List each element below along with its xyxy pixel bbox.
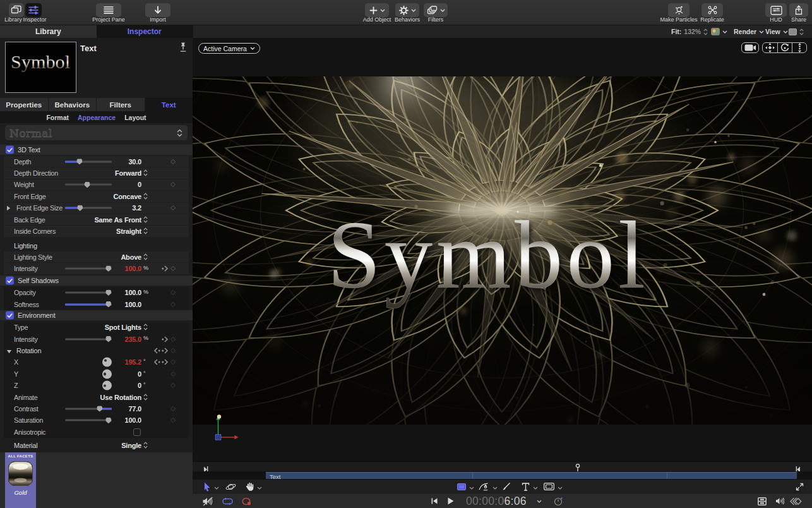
tab-filters[interactable]: Filters — [97, 98, 145, 111]
pan-tool[interactable] — [246, 480, 262, 493]
opacity-value[interactable]: 100.0 — [124, 289, 141, 296]
anisotropic-checkbox[interactable] — [133, 428, 141, 436]
orbit-view-button[interactable] — [777, 42, 792, 53]
add-object-button[interactable] — [365, 3, 389, 17]
saturation-slider[interactable] — [65, 420, 112, 421]
mute-audio-button[interactable] — [202, 493, 213, 508]
weight-slider[interactable] — [65, 184, 112, 186]
tab-library[interactable]: Library — [0, 25, 97, 38]
slider-thumb[interactable] — [105, 265, 111, 272]
keyframe-diamond-icon[interactable] — [170, 336, 176, 341]
keyframe-diamond-icon[interactable] — [170, 348, 176, 353]
transform-3d-tool[interactable] — [225, 480, 236, 493]
subtab-appearance[interactable]: Appearance — [78, 114, 116, 121]
slider-thumb[interactable] — [77, 205, 83, 212]
record-button[interactable] — [242, 493, 251, 508]
keyframe-diamond-icon[interactable] — [170, 266, 176, 271]
tab-text[interactable]: Text — [145, 98, 193, 111]
keyframe-diamond-icon[interactable] — [170, 290, 176, 295]
library-button[interactable] — [9, 3, 24, 17]
type-value[interactable]: Spot Lights — [105, 324, 141, 331]
material-cell-all-facets[interactable]: ALL FACETS Gold — [5, 452, 36, 508]
x-value[interactable]: 195.2 — [124, 358, 141, 366]
slider-thumb[interactable] — [105, 301, 111, 308]
disclosure-down-icon[interactable] — [6, 345, 12, 356]
expand-timeline-icon[interactable] — [796, 480, 804, 493]
weight-value[interactable]: 0 — [138, 181, 141, 188]
y-dial[interactable] — [102, 369, 112, 378]
fit-zoom-control[interactable]: Fit:132% — [671, 25, 708, 38]
keyframe-diamond-icon[interactable] — [170, 418, 176, 423]
slider-thumb[interactable] — [85, 182, 90, 188]
subtab-layout[interactable]: Layout — [124, 114, 146, 121]
popup-stepper-icon[interactable] — [143, 251, 148, 263]
keyframe-diamond-icon[interactable] — [170, 360, 176, 365]
keyframe-diamond-icon[interactable] — [170, 182, 176, 187]
intensity-slider[interactable] — [65, 338, 112, 340]
self-shadows-checkbox[interactable] — [6, 277, 14, 285]
next-keyframe-icon[interactable] — [162, 263, 169, 274]
contrast-slider[interactable] — [65, 408, 112, 409]
keyframe-diamond-icon[interactable] — [170, 383, 176, 388]
active-camera-popup[interactable]: Active Camera — [198, 43, 260, 54]
keyframe-diamond-icon[interactable] — [170, 205, 176, 210]
contrast-value[interactable]: 77.0 — [128, 405, 141, 413]
slider-thumb[interactable] — [105, 290, 111, 296]
audio-button[interactable] — [775, 493, 784, 508]
next-keyframe-icon[interactable] — [162, 334, 169, 345]
lighting-style-value[interactable]: Above — [121, 253, 141, 261]
popup-stepper-icon[interactable] — [143, 226, 148, 237]
mini-timeline[interactable] — [193, 461, 812, 471]
front-edge-size-value[interactable]: 3.2 — [132, 204, 141, 212]
view-popup[interactable]: View — [765, 25, 788, 38]
slider-thumb[interactable] — [97, 406, 102, 412]
timeline-track-text[interactable]: Text — [266, 472, 797, 479]
rectangle-tool[interactable] — [457, 480, 474, 493]
text-tool[interactable] — [522, 480, 538, 493]
project-pane-button[interactable] — [96, 3, 121, 17]
tab-inspector[interactable]: Inspector — [97, 25, 193, 38]
popup-stepper-icon[interactable] — [143, 167, 148, 179]
inspector-button[interactable] — [25, 3, 42, 17]
x-dial[interactable] — [102, 358, 112, 367]
popup-stepper-icon[interactable] — [143, 392, 148, 403]
depth-direction-value[interactable]: Forward — [115, 169, 141, 177]
intensity-value[interactable]: 100.0 — [124, 265, 141, 272]
keyframe-diamond-icon[interactable] — [170, 406, 176, 411]
canvas-layout-control[interactable] — [789, 25, 804, 38]
camera-button[interactable] — [742, 42, 758, 53]
environment-checkbox[interactable] — [6, 311, 14, 320]
play-button[interactable] — [448, 493, 454, 508]
keyframe-diamond-icon[interactable] — [170, 301, 176, 306]
opacity-slider[interactable] — [65, 292, 112, 294]
next-keyframe-icon[interactable] — [162, 345, 169, 356]
hud-button[interactable] — [765, 3, 787, 17]
3d-text-checkbox[interactable] — [6, 146, 14, 154]
softness-value[interactable]: 100.0 — [124, 301, 141, 308]
paint-stroke-tool[interactable] — [502, 480, 511, 493]
pin-icon[interactable] — [179, 42, 187, 56]
prev-keyframe-icon[interactable] — [153, 356, 160, 368]
render-popup[interactable]: Render — [734, 25, 764, 38]
disclosure-right-icon[interactable] — [6, 202, 11, 214]
loop-playback-button[interactable] — [222, 493, 233, 508]
slider-thumb[interactable] — [105, 418, 111, 424]
front-edge-size-slider[interactable] — [65, 207, 112, 209]
intensity-value[interactable]: 235.0 — [124, 336, 141, 343]
keyframe-diamond-icon[interactable] — [170, 372, 176, 377]
behaviors-button[interactable] — [395, 3, 419, 17]
softness-slider[interactable] — [65, 303, 112, 305]
slider-thumb[interactable] — [76, 159, 82, 165]
animate-value[interactable]: Use Rotation — [100, 394, 141, 401]
timecode-menu-chevron[interactable] — [537, 493, 542, 508]
pan-view-button[interactable] — [763, 42, 777, 53]
import-button[interactable] — [145, 3, 170, 17]
popup-stepper-icon[interactable] — [143, 214, 148, 226]
inside-corners-value[interactable]: Straight — [116, 227, 141, 235]
filters-button[interactable] — [424, 3, 448, 17]
keyframe-diamond-icon[interactable] — [170, 159, 176, 164]
make-particles-button[interactable] — [668, 3, 690, 17]
popup-stepper-icon[interactable] — [143, 191, 148, 202]
z-dial[interactable] — [102, 381, 112, 390]
timing-display-button[interactable] — [554, 493, 563, 508]
